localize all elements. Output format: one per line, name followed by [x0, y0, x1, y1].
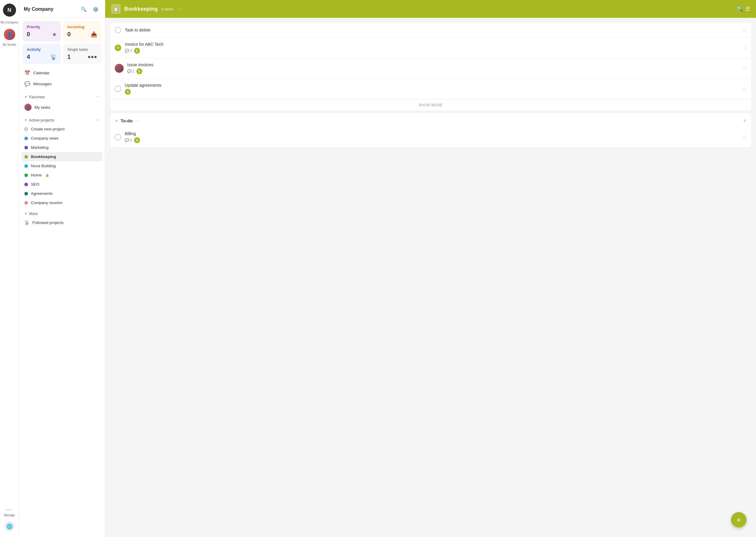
task-name-1[interactable]: Task to delete	[125, 28, 739, 32]
project-more-button[interactable]: ···	[177, 6, 182, 12]
task-content-4: Update agreements S	[125, 83, 739, 95]
favorites-label: Favorites	[29, 95, 45, 99]
sidebar-item-marketing[interactable]: Marketing	[22, 143, 103, 152]
comment-bubble-icon-3: 💬	[127, 69, 132, 73]
nova-building-label: Nova Building	[31, 164, 56, 168]
sidebar-item-seo[interactable]: SEO	[22, 180, 103, 189]
active-projects-header[interactable]: ▼ Active projects ···	[22, 115, 103, 124]
sidebar-item-create-project[interactable]: + Create new project	[22, 124, 103, 134]
task-star-2[interactable]: ☆	[742, 45, 746, 51]
activity-card-count: 4	[27, 54, 30, 60]
sidebar-item-company-news[interactable]: Company news	[22, 134, 103, 143]
task-meta-2: 💬 2 S	[125, 48, 739, 54]
comment-count-2: 2	[130, 49, 132, 53]
home-dot	[24, 174, 28, 177]
marketing-dot	[24, 146, 28, 149]
task-checkbox-2[interactable]: +	[115, 45, 121, 51]
sidebar-item-bookkeeping[interactable]: Bookkeeping	[22, 152, 103, 161]
task-meta-billing: 💬 1 S	[125, 137, 739, 143]
priority-star-icon: ★	[52, 31, 57, 38]
sidebar-item-home[interactable]: Home 🔒	[22, 171, 103, 180]
seo-label: SEO	[31, 182, 39, 186]
task-meta-4: S	[125, 89, 739, 95]
task-star-4[interactable]: ☆	[742, 86, 746, 92]
single-tasks-card-row: 1 ●●●	[67, 54, 98, 60]
task-name-3[interactable]: Issue invoices	[127, 62, 739, 67]
task-checkbox-4[interactable]	[115, 86, 121, 92]
todo-add-task-button[interactable]: +	[743, 117, 746, 124]
sidebar-settings-button[interactable]: ⚙️	[91, 5, 100, 14]
task-comment-2: 💬 2	[125, 49, 132, 53]
todo-more-button[interactable]: ···	[135, 118, 139, 124]
sidebar-search-button[interactable]: 🔍	[79, 5, 88, 14]
create-project-add-icon: +	[24, 127, 28, 131]
comment-bubble-icon: 💬	[125, 49, 129, 53]
sidebar-nav: 📅 Calendar 💬 Messages	[19, 66, 105, 91]
home-label: Home	[31, 173, 42, 177]
main-content-area: 📋 Bookkeeping 5 tasks ··· 🔍 ☰ Task to de…	[105, 0, 756, 537]
single-tasks-card[interactable]: Single tasks 1 ●●●	[63, 44, 102, 64]
nova-building-dot	[24, 164, 28, 168]
todo-section-header: ▼ To-do ··· +	[110, 113, 751, 127]
app-logo[interactable]: N	[3, 4, 16, 17]
task-star-1[interactable]: ☆	[742, 27, 746, 33]
activity-card-row: 4 📡	[27, 54, 57, 60]
more-arrow-icon: ▼	[24, 212, 27, 215]
incoming-card-count: 0	[67, 31, 71, 38]
sidebar-item-nova-building[interactable]: Nova Building	[22, 161, 103, 171]
single-tasks-card-title: Single tasks	[67, 47, 98, 52]
task-star-billing[interactable]: ☆	[742, 135, 746, 140]
company-label: My Company	[1, 21, 18, 24]
fab-add-button[interactable]: +	[731, 512, 746, 527]
my-nozbe-label: My Nozbe	[3, 43, 16, 46]
manage-button[interactable]: ··· Manage	[4, 506, 15, 517]
comment-count-3: 1	[133, 69, 135, 73]
task-checkbox-billing[interactable]	[115, 134, 121, 141]
task-assignee-photo-3: 👤	[115, 64, 124, 73]
single-tasks-dots-icon: ●●●	[87, 54, 97, 60]
sidebar-item-company-reunion[interactable]: Company reunion	[22, 198, 103, 207]
favorites-more-button[interactable]: ···	[96, 94, 100, 100]
sidebar-nav-messages[interactable]: 💬 Messages	[22, 78, 103, 89]
favorites-section-header[interactable]: ▼ Favorites ···	[22, 92, 103, 101]
priority-card[interactable]: Priority 0 ★	[22, 21, 61, 41]
show-more-button[interactable]: SHOW MORE	[110, 99, 751, 111]
user-avatar[interactable]: 👤	[4, 29, 15, 40]
todo-section-title: To-do	[121, 118, 133, 123]
task-name-billing[interactable]: Billing	[125, 131, 739, 136]
sidebar-item-agreements[interactable]: Agreements	[22, 189, 103, 198]
sidebar-item-followed-projects[interactable]: 📡 Followed projects	[22, 218, 103, 227]
main-search-icon[interactable]: 🔍	[736, 6, 743, 12]
task-item-billing: Billing 💬 1 S ☆	[110, 127, 751, 147]
manage-label: Manage	[4, 514, 15, 517]
task-comment-billing: 💬 1	[125, 138, 132, 142]
main-view-toggle-icon[interactable]: ☰	[745, 6, 750, 12]
sidebar-nav-calendar[interactable]: 📅 Calendar	[22, 67, 103, 78]
more-section-header[interactable]: ▼ More	[22, 210, 103, 218]
task-item: Update agreements S ☆	[110, 79, 751, 99]
task-star-3[interactable]: ☆	[742, 66, 746, 71]
active-projects-more-button[interactable]: ···	[96, 117, 100, 123]
comment-bubble-icon-billing: 💬	[125, 138, 129, 142]
calendar-label: Calendar	[33, 71, 50, 75]
priority-card-row: 0 ★	[27, 31, 57, 38]
marketing-label: Marketing	[31, 145, 48, 150]
project-tasks-count: 5 tasks	[161, 7, 174, 11]
manage-dots-icon: ···	[6, 506, 13, 513]
task-assignee-badge-3: S	[136, 68, 142, 74]
activity-card-title: Activity	[27, 47, 57, 52]
activity-card[interactable]: Activity 4 📡	[22, 44, 61, 64]
task-name-2[interactable]: Invoice for ABC Tech	[125, 42, 739, 47]
task-item: + Invoice for ABC Tech 💬 2 S ☆	[110, 38, 751, 58]
activity-rss-icon: 📡	[50, 54, 57, 60]
favorites-section: ▼ Favorites ··· 👤 My tasks	[19, 91, 105, 114]
incoming-card-title: Incoming	[67, 25, 98, 29]
globe-icon[interactable]: 🌐	[5, 521, 14, 531]
incoming-card[interactable]: Incoming 0 📥	[63, 21, 102, 41]
company-news-label: Company news	[31, 136, 59, 141]
task-checkbox-1[interactable]	[115, 27, 121, 33]
task-name-4[interactable]: Update agreements	[125, 83, 739, 88]
incoming-card-row: 0 📥	[67, 31, 98, 38]
sidebar-item-my-tasks[interactable]: 👤 My tasks	[22, 101, 103, 113]
task-content-1: Task to delete	[125, 28, 739, 32]
